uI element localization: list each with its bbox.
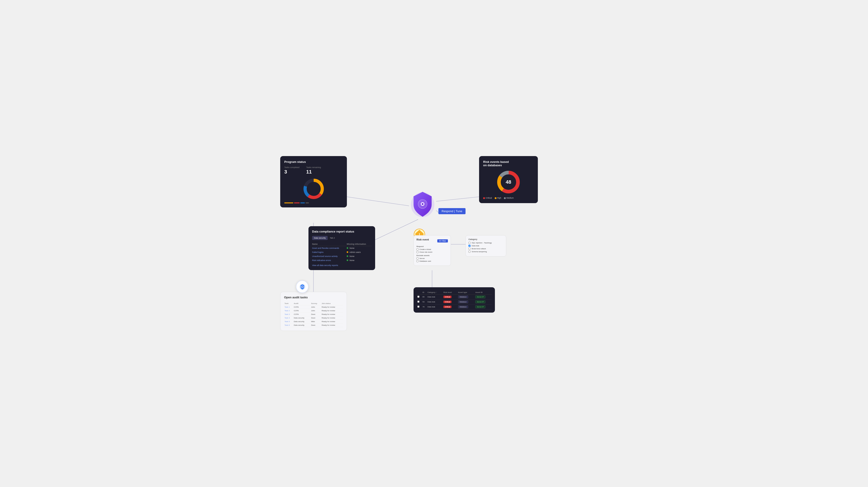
audit-status-0: Ready for review bbox=[321, 305, 343, 309]
asset-id-badge-0: Server IP bbox=[475, 295, 485, 298]
audit-audit-2: CCPA bbox=[293, 313, 311, 316]
audit-tasks-card: Open audit tasks Task Audit Survey Job s… bbox=[280, 292, 347, 331]
col-name: Name bbox=[312, 242, 347, 246]
compliance-table: Name Missing information Grant and Revok… bbox=[312, 242, 372, 262]
risk-col-id: ID bbox=[422, 290, 427, 294]
risk-row-2: 76 Data leak Critical Database Server IP bbox=[417, 305, 492, 310]
compliance-tabs[interactable]: Data security Tab 2 bbox=[312, 236, 372, 240]
compliance-link-0[interactable]: Grant and Revoke commands bbox=[312, 247, 339, 249]
audit-survey-1: John bbox=[311, 309, 321, 313]
create-ticket-checkbox[interactable] bbox=[416, 248, 418, 250]
server-item[interactable]: Server bbox=[416, 257, 448, 259]
risk-badge-1: Critical bbox=[443, 300, 452, 303]
brute-force-label: Brute-force attack bbox=[472, 248, 486, 250]
filter-button[interactable]: ⚙ Filter bbox=[437, 239, 448, 242]
asset-type-badge-1: Database bbox=[458, 300, 468, 303]
database-user-label: Database user bbox=[420, 260, 431, 262]
compliance-name-1: Failed logins bbox=[312, 250, 347, 254]
risk-col-category: Category ↑ bbox=[427, 290, 443, 294]
compliance-link-1[interactable]: Failed logins bbox=[312, 251, 323, 253]
risk-row-0: 65 Data leak Critical Database Server IP bbox=[417, 294, 492, 299]
blue-circle-icon bbox=[296, 281, 308, 293]
sql-injection-checkbox[interactable] bbox=[468, 242, 470, 244]
sql-injection-item[interactable]: SQL Injection - Tautology bbox=[468, 242, 503, 244]
risk-row-checkbox-1[interactable] bbox=[417, 299, 422, 305]
audit-task-link-3[interactable]: Task 4 bbox=[284, 317, 290, 319]
audit-task-link-4[interactable]: Task 5 bbox=[284, 320, 290, 322]
view-all-reports-link[interactable]: View all data security reports bbox=[312, 264, 372, 266]
database-user-checkbox[interactable] bbox=[416, 260, 418, 262]
data-leak-checkbox[interactable] bbox=[468, 245, 470, 247]
schema-tampering-item[interactable]: Schema tampering bbox=[468, 251, 503, 253]
close-risk-item[interactable]: Close risk event bbox=[416, 251, 448, 253]
sql-injection-label: SQL Injection - Tautology bbox=[472, 242, 492, 244]
risk-checkbox-0[interactable] bbox=[417, 296, 420, 298]
audit-col-task: Task bbox=[284, 302, 293, 305]
data-leak-label: Data leak bbox=[472, 245, 479, 247]
risk-id-2: 76 bbox=[422, 305, 427, 310]
risk-asset-id-1: Server IP bbox=[474, 299, 492, 305]
program-status-metrics: Tasks completed 3 Tasks remaining 11 bbox=[284, 166, 343, 175]
asset-id-badge-1: Server IP bbox=[475, 300, 485, 303]
risk-legend: Critical High Medium bbox=[483, 197, 534, 199]
schema-tampering-checkbox[interactable] bbox=[468, 251, 470, 253]
risk-category-0: Data leak bbox=[427, 294, 443, 299]
compliance-row-3: Risk indicative errors None bbox=[312, 258, 372, 262]
audit-status-4: Ready for review bbox=[321, 320, 343, 323]
risk-checkbox-1[interactable] bbox=[417, 300, 420, 303]
risk-event-table-card: ID Category ↑ Risk level Asset type Asse… bbox=[413, 287, 495, 313]
audit-col-status: Job status bbox=[321, 302, 343, 305]
risk-donut-container: 48 bbox=[483, 170, 534, 195]
risk-col-checkbox bbox=[417, 290, 422, 294]
circle-shield-icon bbox=[299, 283, 306, 290]
bar-gray bbox=[306, 202, 309, 203]
audit-audit-1: CCPA bbox=[293, 309, 311, 313]
risk-asset-type-0: Database bbox=[457, 294, 475, 299]
svg-line-2 bbox=[375, 220, 418, 240]
filter-label: Filter bbox=[441, 240, 446, 242]
audit-task-link-5[interactable]: Task 6 bbox=[284, 324, 290, 326]
create-ticket-item[interactable]: Create a ticket bbox=[416, 248, 448, 250]
audit-row-1: Task 2 CCPA John Ready for review bbox=[284, 309, 343, 313]
close-risk-checkbox[interactable] bbox=[416, 251, 418, 253]
risk-row-checkbox-2[interactable] bbox=[417, 305, 422, 310]
risk-level-1: Critical bbox=[443, 299, 457, 305]
audit-audit-3: Data security bbox=[293, 316, 311, 320]
risk-category-1: Data leak bbox=[427, 299, 443, 305]
compliance-row-0: Grant and Revoke commands None bbox=[312, 246, 372, 250]
server-label: Server bbox=[420, 257, 425, 259]
data-leak-item[interactable]: Data leak bbox=[468, 245, 503, 247]
audit-task-link-2[interactable]: Task 3 bbox=[284, 313, 290, 315]
audit-task-link-1[interactable]: Task 2 bbox=[284, 310, 290, 312]
progress-bars bbox=[284, 202, 343, 203]
database-user-item[interactable]: Database user bbox=[416, 260, 448, 262]
audit-audit-0: CCPA bbox=[293, 305, 311, 309]
tab-data-security[interactable]: Data security bbox=[312, 236, 328, 240]
close-risk-label: Close risk event bbox=[420, 251, 432, 253]
audit-tasks-title: Open audit tasks bbox=[284, 296, 343, 299]
compliance-info-2: None bbox=[347, 254, 372, 258]
compliance-name-2: Unauthorized source activity bbox=[312, 254, 347, 258]
bar-red bbox=[294, 202, 300, 203]
data-compliance-card: Data compliance report status Data secur… bbox=[308, 226, 375, 270]
audit-task-5: Task 6 bbox=[284, 323, 293, 327]
audit-table: Task Audit Survey Job status Task 1 CCPA… bbox=[284, 302, 343, 327]
audit-task-4: Task 5 bbox=[284, 320, 293, 323]
audit-col-survey: Survey bbox=[311, 302, 321, 305]
audit-row-4: Task 5 Data security Mike Ready for revi… bbox=[284, 320, 343, 323]
compliance-link-3[interactable]: Risk indicative errors bbox=[312, 259, 331, 261]
respond-tune-button[interactable]: Respond | Tune bbox=[438, 208, 466, 214]
risk-row-checkbox-0[interactable] bbox=[417, 294, 422, 299]
brute-force-checkbox[interactable] bbox=[468, 248, 470, 250]
high-dot bbox=[495, 197, 496, 199]
asset-type-badge-0: Database bbox=[458, 295, 468, 298]
tab-2[interactable]: Tab 2 bbox=[328, 236, 337, 240]
audit-task-link-0[interactable]: Task 1 bbox=[284, 306, 290, 308]
risk-col-asset-id: Asset ID bbox=[474, 290, 492, 294]
legend-medium: Medium bbox=[504, 197, 514, 199]
compliance-link-2[interactable]: Unauthorized source activity bbox=[312, 255, 338, 257]
risk-checkbox-2[interactable] bbox=[417, 306, 420, 308]
brute-force-item[interactable]: Brute-force attack bbox=[468, 248, 503, 250]
server-checkbox[interactable] bbox=[416, 257, 418, 259]
audit-status-5: Ready for review bbox=[321, 323, 343, 327]
